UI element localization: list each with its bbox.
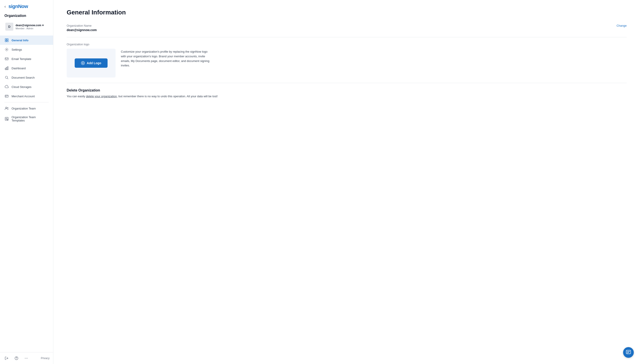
svg-rect-0 [5,39,7,40]
logo-area: Add Logo Customize your organization's p… [67,49,627,78]
svg-rect-6 [5,68,6,70]
main-content: General Information Organization Name de… [53,0,640,364]
org-name-label: Organization Name [67,24,97,27]
svg-point-18 [25,358,25,358]
back-button[interactable]: ‹ [5,4,6,8]
sidebar-item-label: Organization Team [12,107,36,110]
sidebar-item-label: General Info [12,39,29,42]
sidebar: ‹ signNow Organization D dean@signnow.co… [0,0,53,364]
svg-point-20 [27,358,28,358]
sidebar-item-dashboard[interactable]: Dashboard [0,64,53,73]
svg-point-12 [6,107,7,108]
delete-org-section: Delete Organization You can easily delet… [67,88,627,99]
sidebar-item-label: Organization Team Templates [12,116,49,122]
sidebar-item-label: Cloud Storages [12,85,32,88]
mail-icon [5,57,9,61]
sidebar-item-label: Dashboard [12,67,26,70]
org-title: Organization [0,12,53,20]
sidebar-item-organization-team[interactable]: Organization Team [0,104,53,113]
more-button[interactable] [23,355,29,361]
svg-point-13 [7,107,8,108]
card-icon [5,94,9,98]
gear-icon [5,47,9,52]
sidebar-item-label: Document Search [12,76,35,79]
svg-rect-1 [7,39,8,40]
sidebar-item-cloud-storages[interactable]: Cloud Storages [0,82,53,92]
app-logo: signNow [9,4,28,9]
sidebar-footer: Privacy [0,352,53,364]
dropdown-icon: ▾ [42,24,44,27]
logo-upload-box: Add Logo [67,49,116,78]
sidebar-item-label: Email Template [12,57,31,61]
sidebar-item-label: Settings [12,48,22,51]
page-title: General Information [67,9,627,16]
org-logo-section: Organization logo Add Logo Customize you… [67,43,627,78]
org-name-label-group: Organization Name dean@signnow.com [67,24,97,32]
help-button[interactable] [13,355,20,361]
divider-2 [67,83,627,83]
nav-divider [5,102,49,102]
svg-point-4 [6,49,7,50]
chart-icon [5,66,9,70]
user-card[interactable]: D dean@signnow.com ▾ Member | Admin [3,20,51,33]
svg-rect-22 [626,350,631,354]
svg-rect-10 [5,95,8,97]
sidebar-item-email-template[interactable]: Email Template [0,54,53,64]
sidebar-header: ‹ signNow [0,0,53,12]
svg-point-17 [16,359,17,359]
sidebar-item-label: Merchant Account [12,94,35,98]
user-email: dean@signnow.com ▾ [16,24,48,27]
cloud-icon [5,84,9,89]
svg-rect-3 [7,40,8,42]
user-info: dean@signnow.com ▾ Member | Admin [16,24,48,30]
sidebar-item-general-info[interactable]: General Info [0,36,53,45]
delete-section-title: Delete Organization [67,88,627,92]
search-icon [5,75,9,80]
nav-section: General Info Settings Email Template [0,36,53,352]
sidebar-item-settings[interactable]: Settings [0,45,53,54]
avatar: D [5,23,13,31]
chat-fab-button[interactable] [623,347,634,358]
logo-description: Customize your organization's profile by… [121,49,210,68]
grid-icon [5,38,9,42]
svg-rect-11 [6,96,7,97]
sidebar-item-organization-team-templates[interactable]: Organization Team Templates [0,113,53,124]
sidebar-item-document-search[interactable]: Document Search [0,73,53,82]
delete-description: You can easily delete your organization,… [67,94,627,99]
org-name-section: Organization Name dean@signnow.com Chang… [67,24,627,32]
add-logo-label: Add Logo [87,61,101,65]
org-name-row: Organization Name dean@signnow.com Chang… [67,24,627,32]
change-link[interactable]: Change [616,24,627,27]
sidebar-item-merchant-account[interactable]: Merchant Account [0,92,53,101]
privacy-link[interactable]: Privacy [41,357,50,360]
svg-rect-8 [7,67,8,70]
org-logo-label: Organization logo [67,43,627,46]
svg-point-19 [26,358,27,358]
org-name-value: dean@signnow.com [67,28,97,32]
team-icon [5,106,9,110]
user-role: Member | Admin [16,27,48,30]
svg-rect-7 [6,67,7,70]
delete-org-link[interactable]: delete your organization [86,94,117,98]
svg-rect-5 [5,58,8,60]
team-template-icon [5,116,9,121]
logout-button[interactable] [4,355,10,361]
add-logo-button[interactable]: Add Logo [75,58,107,68]
divider-1 [67,37,627,37]
svg-rect-2 [5,40,7,42]
